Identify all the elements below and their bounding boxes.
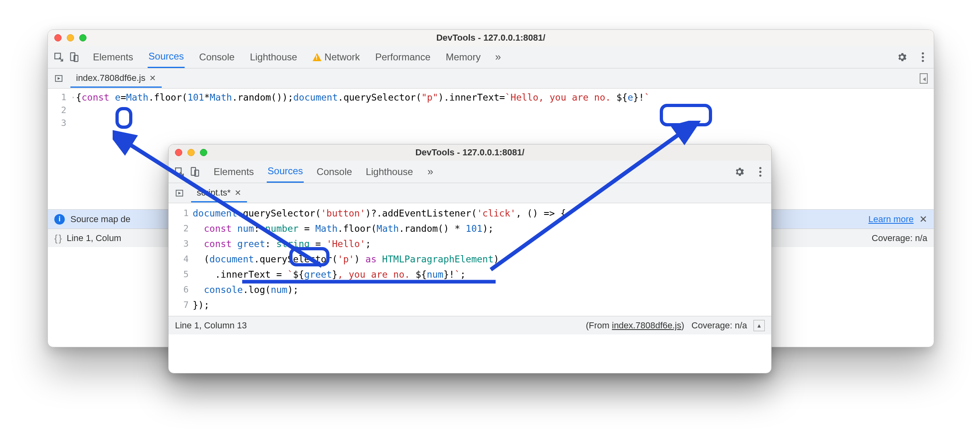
kebab-menu-icon[interactable] bbox=[916, 50, 930, 64]
inspect-element-icon[interactable] bbox=[52, 50, 66, 64]
line-number: 1 bbox=[48, 91, 66, 104]
expand-panel-icon[interactable]: ▲ bbox=[754, 320, 765, 331]
line-number: 2 bbox=[169, 221, 189, 236]
tab-console[interactable]: Console bbox=[316, 161, 353, 183]
pretty-print-icon[interactable]: { } bbox=[54, 233, 61, 244]
source-file-link[interactable]: index.7808df6e.js bbox=[612, 320, 681, 330]
tab-network[interactable]: Network bbox=[312, 46, 361, 68]
more-tabs-button[interactable]: » bbox=[491, 46, 505, 68]
cursor-position: Line 1, Column 13 bbox=[175, 320, 247, 331]
collapse-sidebar-icon[interactable] bbox=[917, 72, 931, 85]
code-content[interactable]: document.querySelector('button')?.addEve… bbox=[193, 203, 771, 316]
navigator-toggle-icon[interactable] bbox=[51, 74, 66, 83]
settings-gear-icon[interactable] bbox=[733, 165, 746, 179]
panel-toolbar: Elements Sources Console Lighthouse Netw… bbox=[48, 46, 934, 68]
file-tab[interactable]: index.7808df6e.js ✕ bbox=[70, 69, 162, 88]
tab-sources[interactable]: Sources bbox=[267, 161, 304, 183]
line-number: 5 bbox=[169, 267, 189, 282]
close-tab-icon[interactable]: ✕ bbox=[149, 73, 156, 83]
tab-elements[interactable]: Elements bbox=[92, 46, 134, 68]
tab-network-label: Network bbox=[325, 52, 360, 63]
dismiss-info-icon[interactable]: ✕ bbox=[919, 214, 927, 225]
tab-sources[interactable]: Sources bbox=[148, 46, 185, 68]
code-editor[interactable]: 1 2 3 4 5 6 7 document.querySelector('bu… bbox=[169, 203, 771, 316]
title-bar: DevTools - 127.0.0.1:8081/ bbox=[169, 144, 771, 161]
line-number: 7 bbox=[169, 297, 189, 313]
line-number: 4 bbox=[169, 252, 189, 267]
svg-point-3 bbox=[922, 52, 924, 54]
status-bar: Line 1, Column 13 (From index.7808df6e.j… bbox=[169, 316, 771, 334]
warning-icon bbox=[313, 53, 321, 61]
svg-point-12 bbox=[759, 174, 761, 176]
tab-memory[interactable]: Memory bbox=[445, 46, 482, 68]
tab-elements[interactable]: Elements bbox=[213, 161, 255, 183]
title-bar: DevTools - 127.0.0.1:8081/ bbox=[48, 30, 934, 46]
file-tab-label: script.ts* bbox=[197, 188, 231, 198]
line-number: 3 bbox=[169, 236, 189, 252]
settings-gear-icon[interactable] bbox=[895, 50, 909, 64]
file-tab[interactable]: script.ts* ✕ bbox=[191, 184, 247, 202]
panel-tabs: Elements Sources Console Lighthouse Netw… bbox=[92, 46, 482, 68]
file-tab-bar: index.7808df6e.js ✕ bbox=[48, 68, 934, 89]
info-text: Source map de bbox=[70, 214, 130, 225]
window-title: DevTools - 127.0.0.1:8081/ bbox=[169, 147, 771, 158]
kebab-menu-icon[interactable] bbox=[754, 165, 767, 179]
devtools-window-front: DevTools - 127.0.0.1:8081/ Elements Sour… bbox=[168, 144, 772, 373]
navigator-toggle-icon[interactable] bbox=[172, 189, 187, 198]
learn-more-link[interactable]: Learn more bbox=[868, 214, 914, 225]
coverage-label: Coverage: n/a bbox=[692, 320, 747, 331]
cursor-position: Line 1, Colum bbox=[67, 233, 121, 243]
window-title: DevTools - 127.0.0.1:8081/ bbox=[48, 33, 934, 43]
line-number: 3 bbox=[48, 117, 66, 130]
device-toggle-icon[interactable] bbox=[67, 50, 81, 64]
source-from: (From index.7808df6e.js) bbox=[586, 320, 684, 331]
panel-tabs: Elements Sources Console Lighthouse bbox=[213, 161, 414, 183]
line-gutter: 1 2 3 4 5 6 7 bbox=[169, 203, 193, 316]
svg-point-11 bbox=[759, 171, 761, 173]
line-gutter: 1 2 3 bbox=[48, 89, 70, 209]
tab-lighthouse[interactable]: Lighthouse bbox=[365, 161, 414, 183]
line-number: 2 bbox=[48, 104, 66, 117]
file-tab-bar: script.ts* ✕ bbox=[169, 183, 771, 203]
coverage-label: Coverage: n/a bbox=[872, 233, 927, 243]
tab-lighthouse[interactable]: Lighthouse bbox=[249, 46, 298, 68]
inspect-element-icon[interactable] bbox=[173, 165, 186, 179]
info-icon: i bbox=[54, 214, 65, 225]
svg-point-5 bbox=[922, 60, 924, 62]
device-toggle-icon[interactable] bbox=[188, 165, 202, 179]
panel-toolbar: Elements Sources Console Lighthouse » bbox=[169, 161, 771, 183]
tab-console[interactable]: Console bbox=[198, 46, 235, 68]
tab-performance[interactable]: Performance bbox=[375, 46, 431, 68]
line-number: 1 bbox=[169, 206, 189, 221]
file-tab-label: index.7808df6e.js bbox=[76, 73, 145, 83]
close-tab-icon[interactable]: ✕ bbox=[235, 188, 241, 198]
more-tabs-button[interactable]: » bbox=[424, 161, 437, 183]
svg-point-10 bbox=[759, 167, 761, 169]
svg-point-4 bbox=[922, 56, 924, 58]
line-number: 6 bbox=[169, 282, 189, 297]
